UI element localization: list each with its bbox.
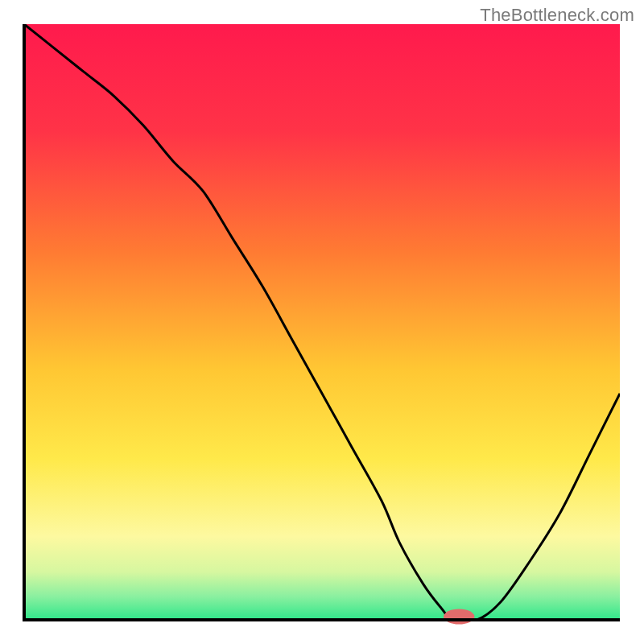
plot-background — [24, 24, 620, 620]
optimal-marker — [444, 609, 474, 624]
chart-container: TheBottleneck.com — [0, 0, 644, 644]
chart-svg — [0, 0, 644, 644]
watermark-label: TheBottleneck.com — [480, 5, 634, 26]
